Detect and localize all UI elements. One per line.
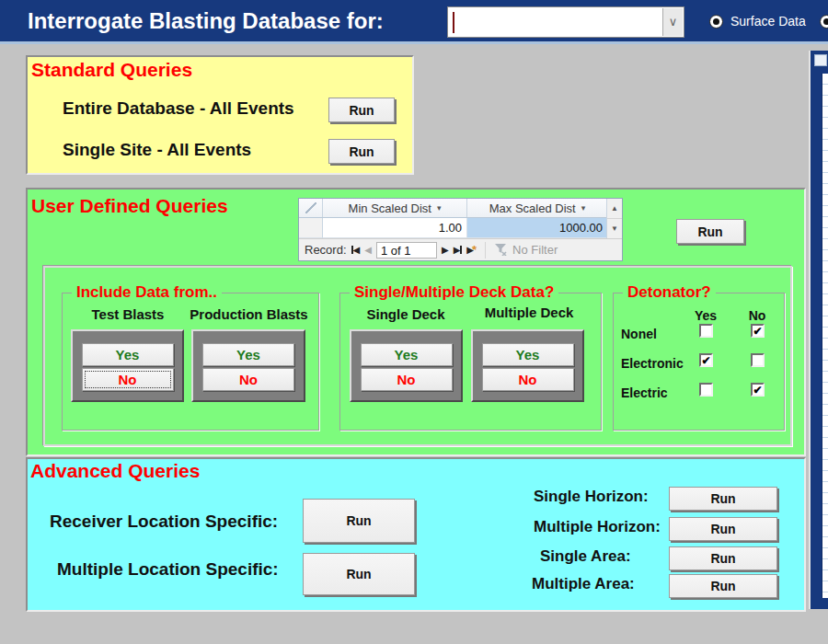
standard-queries-section: Standard Queries Entire Database - All E… <box>26 55 414 175</box>
min-scaled-dist-column-header[interactable]: Min Scaled Dist ▾ <box>323 199 467 217</box>
row-selector[interactable] <box>299 218 323 238</box>
single-area-run-button[interactable]: Run <box>669 546 777 570</box>
standard-queries-title: Standard Queries <box>31 59 192 81</box>
include-data-fieldset: Include Data from.. Test Blasts Yes No P… <box>62 293 319 431</box>
single-deck-yes-button[interactable]: Yes <box>361 343 453 366</box>
single-horizon-run-button[interactable]: Run <box>669 487 777 511</box>
single-deck-toggle-panel: Yes No <box>350 329 463 402</box>
production-blasts-no-button[interactable]: No <box>202 368 294 391</box>
text-cursor <box>453 12 454 33</box>
production-blasts-label: Production Blasts <box>187 306 311 322</box>
test-blasts-label: Test Blasts <box>70 306 186 322</box>
advanced-queries-section: Advanced Queries Receiver Location Speci… <box>26 457 806 612</box>
multiple-location-run-button[interactable]: Run <box>303 553 415 595</box>
column-label: Max Scaled Dist <box>489 201 576 215</box>
nonel-yes-checkbox[interactable] <box>699 324 713 338</box>
detonator-no-header: No <box>742 308 772 323</box>
divider <box>485 242 486 259</box>
electric-no-checkbox[interactable]: ✔ <box>751 383 765 397</box>
column-dropdown-icon[interactable]: ▾ <box>437 203 442 213</box>
multiple-deck-no-button[interactable]: No <box>482 368 574 391</box>
receiver-location-run-button[interactable]: Run <box>303 499 415 543</box>
scroll-down-icon[interactable]: ▼ <box>607 219 622 239</box>
single-area-label: Single Area: <box>540 547 631 566</box>
surface-data-label: Surface Data <box>730 14 806 29</box>
page-title: Interrogate Blasting Database for: <box>28 8 384 34</box>
scaled-distance-datasheet: Min Scaled Dist ▾ Max Scaled Dist ▾ 1.00… <box>298 198 623 261</box>
user-defined-queries-section: User Defined Queries Min Scaled Dist ▾ M… <box>26 188 806 456</box>
first-record-icon[interactable]: ◀ <box>351 245 361 255</box>
detonator-yes-header: Yes <box>691 308 720 323</box>
no-filter-label: No Filter <box>512 243 558 257</box>
chevron-down-icon[interactable]: ∨ <box>662 8 683 36</box>
max-scaled-dist-cell[interactable]: 1000.00 <box>467 218 608 238</box>
single-horizon-label: Single Horizon: <box>534 488 649 506</box>
header-bar: Interrogate Blasting Database for: ∨ Sur… <box>0 0 828 44</box>
test-blasts-toggle-panel: Yes No <box>71 329 184 402</box>
clipped-radio[interactable] <box>820 15 828 29</box>
column-label: Min Scaled Dist <box>349 201 431 215</box>
single-site-run-button[interactable]: Run <box>328 139 395 164</box>
detonator-fieldset: Detonator? Yes No Nonel ✔ Electronic ✔ E… <box>613 293 785 431</box>
single-deck-label: Single Deck <box>348 306 464 322</box>
production-blasts-toggle-panel: Yes No <box>191 329 305 402</box>
background-window-datasheet-rows <box>822 74 828 598</box>
electronic-label: Electronic <box>621 356 684 371</box>
next-record-icon[interactable]: ▶ <box>442 245 449 255</box>
surface-data-radio[interactable] <box>709 15 723 29</box>
test-blasts-no-button[interactable]: No <box>82 368 174 391</box>
previous-record-icon[interactable]: ◀ <box>364 245 372 255</box>
electronic-yes-checkbox[interactable]: ✔ <box>699 353 713 367</box>
record-navigation-bar: Record: ◀ ◀ 1 of 1 ▶ ▶ ▶* No Filter <box>299 238 622 260</box>
single-deck-no-button[interactable]: No <box>361 368 453 391</box>
multiple-deck-yes-button[interactable]: Yes <box>482 343 574 366</box>
datasheet-scrollbar[interactable]: ▲ ▼ <box>606 199 622 240</box>
radio-selected-dot <box>713 18 719 25</box>
electronic-no-checkbox[interactable] <box>751 353 765 367</box>
multiple-horizon-label: Multiple Horizon: <box>534 518 661 536</box>
scroll-up-icon[interactable]: ▲ <box>607 199 622 219</box>
user-defined-options-group: Include Data from.. Test Blasts Yes No P… <box>43 266 792 446</box>
electric-label: Electric <box>621 385 668 400</box>
entire-database-run-button[interactable]: Run <box>328 98 395 122</box>
deck-data-fieldset: Single/Multiple Deck Data? Single Deck Y… <box>339 293 602 431</box>
test-blasts-yes-button[interactable]: Yes <box>82 343 174 366</box>
min-scaled-dist-cell[interactable]: 1.00 <box>323 218 467 238</box>
site-combo[interactable]: ∨ <box>447 6 684 38</box>
deck-data-title: Single/Multiple Deck Data? <box>350 283 558 302</box>
multiple-area-run-button[interactable]: Run <box>669 574 777 598</box>
advanced-queries-title: Advanced Queries <box>30 460 200 482</box>
multiple-area-label: Multiple Area: <box>532 575 635 593</box>
radio-dot <box>823 18 828 25</box>
record-label: Record: <box>305 243 347 257</box>
user-defined-queries-title: User Defined Queries <box>31 195 228 217</box>
multiple-location-label: Multiple Location Specific: <box>57 559 279 580</box>
nonel-no-checkbox[interactable]: ✔ <box>751 324 765 338</box>
record-position-box[interactable]: 1 of 1 <box>376 242 437 259</box>
filter-funnel-icon <box>494 244 508 256</box>
datasheet-header-row: Min Scaled Dist ▾ Max Scaled Dist ▾ <box>299 199 622 218</box>
max-scaled-dist-column-header[interactable]: Max Scaled Dist ▾ <box>467 199 608 217</box>
column-dropdown-icon[interactable]: ▾ <box>581 203 586 213</box>
receiver-location-label: Receiver Location Specific: <box>50 512 278 532</box>
datasheet-data-row: 1.00 1000.00 <box>299 218 622 238</box>
entire-database-label: Entire Database - All Events <box>63 98 294 119</box>
multiple-deck-label: Multiple Deck <box>469 305 589 320</box>
multiple-deck-toggle-panel: Yes No <box>471 329 584 402</box>
single-site-label: Single Site - All Events <box>63 140 251 160</box>
production-blasts-yes-button[interactable]: Yes <box>202 343 294 366</box>
last-record-icon[interactable]: ▶ <box>454 245 463 255</box>
select-all-corner[interactable] <box>299 199 323 217</box>
electric-yes-checkbox[interactable] <box>699 383 713 397</box>
background-window-strip <box>809 51 828 609</box>
multiple-horizon-run-button[interactable]: Run <box>669 517 777 541</box>
new-record-icon[interactable]: ▶* <box>466 243 477 257</box>
background-window-header-cell <box>814 54 827 66</box>
nonel-label: Nonel <box>621 327 657 341</box>
include-data-title: Include Data from.. <box>72 283 222 302</box>
detonator-title: Detonator? <box>623 283 716 302</box>
user-defined-run-button[interactable]: Run <box>676 219 744 244</box>
